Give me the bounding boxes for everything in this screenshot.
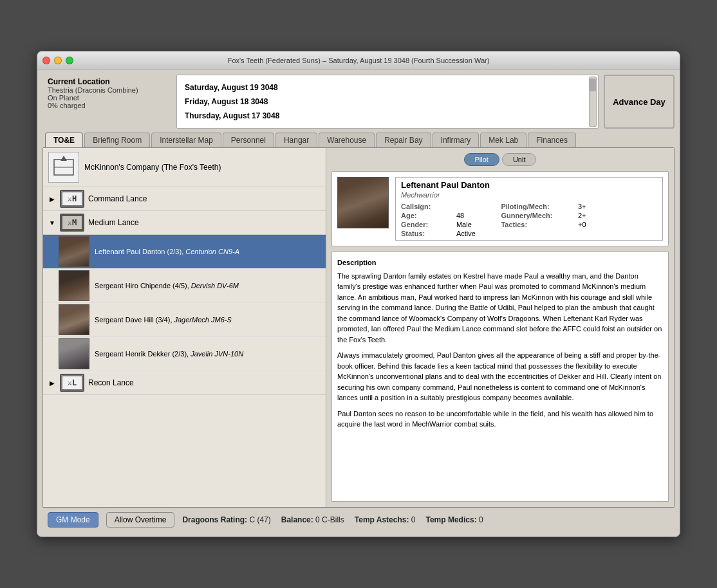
bottom-bar: GM Mode Allow Overtime Dragoons Rating: … — [42, 508, 675, 531]
date-item-1[interactable]: Saturday, August 19 3048 — [185, 80, 590, 95]
location-charge: 0% charged — [48, 102, 166, 109]
lance-row-medium: ▼ ⚔M Medium Lance — [43, 211, 326, 235]
view-tab-unit[interactable]: Unit — [502, 153, 537, 166]
window-controls — [42, 57, 73, 64]
dates-panel: Saturday, August 19 3048 Friday, August … — [176, 75, 599, 129]
temp-astechs: Temp Astechs: 0 — [355, 515, 416, 524]
allow-overtime-button[interactable]: Allow Overtime — [106, 512, 175, 528]
pilot-rank: Leftenant Paul Danton — [401, 180, 657, 190]
status-label: Status: — [401, 230, 451, 237]
pilot-detail-panel: Pilot Unit Leftenant Paul Danton Mechwar… — [326, 148, 674, 507]
tab-mek-lab[interactable]: Mek Lab — [480, 133, 526, 147]
maximize-button[interactable] — [66, 57, 73, 64]
tab-warehouse[interactable]: Warehouse — [319, 133, 375, 147]
piloting-value: 3+ — [578, 203, 606, 210]
callsign-value — [456, 203, 496, 210]
navigation-tabs: TO&E Briefing Room Interstellar Map Pers… — [42, 133, 675, 147]
pilot-portrait-henrik — [59, 338, 89, 369]
title-bar: Fox's Teeth (Federated Suns) – Saturday,… — [37, 51, 680, 69]
pilot-detail-box: Leftenant Paul Danton Mechwarrior Callsi… — [331, 171, 669, 246]
description-text: The sprawling Danton family estates on K… — [337, 271, 663, 430]
tab-briefing-room[interactable]: Briefing Room — [84, 133, 150, 147]
pilot-portrait-dave — [59, 304, 89, 335]
svg-marker-2 — [61, 156, 67, 161]
location-title: Current Location — [48, 77, 166, 86]
view-tabs: Pilot Unit — [331, 153, 669, 166]
desc-para-2: Always immaculately groomed, Paul Danton… — [337, 350, 663, 403]
description-title: Description — [337, 257, 663, 268]
gender-label: Gender: — [401, 221, 451, 228]
company-icon — [48, 152, 79, 183]
tactics-value: +0 — [578, 221, 606, 228]
balance: Balance: 0 C-Bills — [281, 515, 344, 524]
date-item-3[interactable]: Thursday, August 17 3048 — [185, 109, 590, 123]
pilot-row-dave[interactable]: Sergeant Dave Hill (3/4), JagerMech JM6-… — [43, 303, 326, 337]
main-panel: McKinnon's Company (The Fox's Teeth) ▶ ⚔… — [42, 147, 675, 508]
pilot-info-hiro: Sergeant Hiro Chipende (4/5), Dervish DV… — [95, 282, 321, 289]
pilot-info-paul: Leftenant Paul Danton (2/3), Centurion C… — [95, 248, 321, 255]
temp-astechs-value: 0 — [411, 515, 416, 524]
dates-scrollbar[interactable] — [589, 77, 597, 127]
minimize-button[interactable] — [54, 57, 62, 64]
location-planet: Thestria (Draconis Combine) — [48, 86, 166, 94]
tab-personnel[interactable]: Personnel — [223, 133, 274, 147]
gunnery-label: Gunnery/Mech: — [501, 212, 573, 219]
lance-label-medium: Medium Lance — [88, 218, 139, 227]
lance-expand-recon[interactable]: ▶ — [48, 379, 56, 387]
lance-expand-command[interactable]: ▶ — [48, 195, 56, 203]
dragoons-rating-value: C (47) — [249, 515, 270, 524]
pilot-role: Mechwarrior — [401, 191, 657, 199]
tab-infirmary[interactable]: Infirmary — [433, 133, 480, 147]
pilot-info-henrik: Sergeant Henrik Dekker (2/3), Javelin JV… — [95, 350, 321, 358]
date-item-2[interactable]: Friday, August 18 3048 — [185, 95, 590, 109]
tab-finances[interactable]: Finances — [528, 133, 576, 147]
age-label: Age: — [401, 212, 451, 219]
company-name: McKinnon's Company (The Fox's Teeth) — [84, 163, 221, 172]
dragoons-rating-label: Dragoons Rating: — [182, 515, 247, 524]
window-title: Fox's Teeth (Federated Suns) – Saturday,… — [228, 57, 490, 64]
advance-day-button[interactable]: Advance Day — [604, 75, 675, 129]
close-button[interactable] — [42, 57, 50, 64]
tab-repair-bay[interactable]: Repair Bay — [376, 133, 431, 147]
pilot-row-hiro[interactable]: Sergeant Hiro Chipende (4/5), Dervish DV… — [43, 269, 326, 303]
gunnery-value: 2+ — [578, 212, 606, 219]
temp-medics-value: 0 — [479, 515, 483, 524]
status-items: Dragoons Rating: C (47) Balance: 0 C-Bil… — [182, 515, 669, 524]
temp-astechs-label: Temp Astechs: — [355, 515, 409, 524]
tactics-label: Tactics: — [501, 221, 573, 228]
svg-text:⚔L: ⚔L — [68, 378, 77, 387]
piloting-label: Piloting/Mech: — [501, 203, 573, 210]
lance-row-command: ▶ ⚔H Command Lance — [43, 187, 326, 211]
temp-medics: Temp Medics: 0 — [426, 515, 483, 524]
gender-value: Male — [456, 221, 496, 228]
window-content: Current Location Thestria (Draconis Comb… — [37, 69, 680, 537]
pilot-row-henrik[interactable]: Sergeant Henrik Dekker (2/3), Javelin JV… — [43, 337, 326, 371]
balance-label: Balance: — [281, 515, 313, 524]
tab-hangar[interactable]: Hangar — [275, 133, 317, 147]
lance-row-recon: ▶ ⚔L Recon Lance — [43, 371, 326, 395]
description-box: Description The sprawling Danton family … — [331, 252, 669, 502]
lance-label-recon: Recon Lance — [88, 378, 134, 387]
desc-para-1: The sprawling Danton family estates on K… — [337, 271, 663, 345]
svg-text:⚔M: ⚔M — [68, 218, 77, 227]
unit-tree-panel: McKinnon's Company (The Fox's Teeth) ▶ ⚔… — [43, 148, 326, 507]
lance-icon-command: ⚔H — [60, 190, 84, 208]
lance-label-command: Command Lance — [88, 194, 147, 203]
location-panel: Current Location Thestria (Draconis Comb… — [42, 75, 171, 129]
view-tab-pilot[interactable]: Pilot — [464, 153, 499, 166]
pilot-name-section: Leftenant Paul Danton Mechwarrior Callsi… — [395, 177, 663, 241]
scrollbar-thumb — [590, 78, 596, 91]
top-section: Current Location Thestria (Draconis Comb… — [42, 75, 675, 129]
pilot-portrait-paul — [59, 236, 89, 267]
age-value: 48 — [456, 212, 496, 219]
svg-text:⚔H: ⚔H — [68, 194, 77, 203]
pilot-row-paul[interactable]: Leftenant Paul Danton (2/3), Centurion C… — [43, 235, 326, 269]
pilot-info-dave: Sergeant Dave Hill (3/4), JagerMech JM6-… — [95, 316, 321, 324]
pilot-stats: Callsign: Piloting/Mech: 3+ Age: 48 Gunn… — [401, 203, 657, 237]
callsign-label: Callsign: — [401, 203, 451, 210]
tab-toe[interactable]: TO&E — [45, 133, 83, 147]
lance-expand-medium[interactable]: ▼ — [48, 219, 56, 226]
gm-mode-button[interactable]: GM Mode — [48, 512, 98, 528]
balance-value: 0 C-Bills — [315, 515, 344, 524]
tab-interstellar-map[interactable]: Interstellar Map — [151, 133, 221, 147]
